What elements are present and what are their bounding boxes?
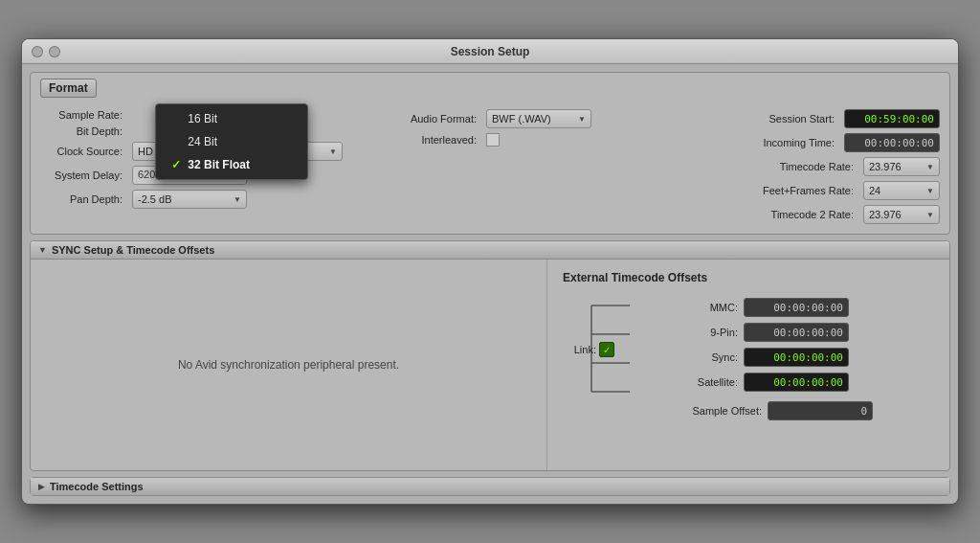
interleaved-label: Interleaved: (385, 134, 480, 146)
satellite-field[interactable]: 00:00:00:00 (744, 373, 849, 392)
feet-frames-dropdown[interactable]: 24 ▼ (863, 181, 940, 200)
menu-item-24bit[interactable]: 24 Bit (156, 130, 307, 153)
sample-offset-row: Sample Offset: 0 (676, 401, 873, 420)
sync-row: Sync: 00:00:00:00 (676, 348, 873, 367)
audio-format-arrow: ▼ (578, 115, 586, 124)
incoming-time-label: Incoming Time: (763, 137, 838, 148)
audio-format-label: Audio Format: (385, 113, 480, 124)
feet-frames-arrow: ▼ (926, 187, 934, 195)
timecode-rate-label: Timecode Rate: (780, 161, 858, 172)
audio-format-dropdown[interactable]: BWF (.WAV) ▼ (486, 109, 591, 128)
nine-pin-row: 9-Pin: 00:00:00:00 (676, 323, 873, 342)
bit-depth-label: Bit Depth: (40, 125, 126, 137)
feet-frames-label: Feet+Frames Rate: (763, 185, 858, 196)
pan-depth-label: Pan Depth: (40, 193, 126, 205)
sync-header[interactable]: ▼ SYNC Setup & Timecode Offsets (31, 241, 949, 260)
format-section: Format 16 Bit 24 Bit ✓ 32 Bit Float (30, 72, 950, 235)
mmc-label: MMC: (676, 302, 738, 313)
session-start-label: Session Start: (769, 113, 838, 124)
sample-offset-field[interactable]: 0 (768, 401, 873, 420)
mmc-row: MMC: 00:00:00:00 (676, 298, 873, 317)
session-start-field[interactable]: 00:59:00:00 (844, 109, 940, 128)
bracket-svg (582, 296, 668, 420)
timecode-triangle-icon: ▶ (38, 482, 45, 491)
nine-pin-field[interactable]: 00:00:00:00 (744, 323, 849, 342)
interleaved-checkbox[interactable] (486, 133, 500, 147)
checkmark-32bit: ✓ (171, 158, 185, 171)
menu-item-32bit[interactable]: ✓ 32 Bit Float (156, 153, 307, 176)
timecode2-label: Timecode 2 Rate: (771, 209, 858, 220)
main-window: Session Setup Format 16 Bit 24 Bit ✓ 32 … (21, 38, 959, 505)
nine-pin-label: 9-Pin: (676, 327, 738, 338)
timecode-rate-dropdown[interactable]: 23.976 ▼ (863, 157, 940, 176)
sync-section: ▼ SYNC Setup & Timecode Offsets No Avid … (30, 240, 950, 471)
satellite-row: Satellite: 00:00:00:00 (676, 373, 873, 392)
offset-rows: MMC: 00:00:00:00 9-Pin: 00:00:00:00 (676, 298, 873, 420)
timecode-settings-text: Timecode Settings (50, 481, 144, 492)
no-device-text: No Avid synchronization peripheral prese… (178, 358, 399, 372)
titlebar: Session Setup (22, 39, 958, 64)
sample-offset-label: Sample Offset: (676, 405, 762, 417)
sync-header-text: SYNC Setup & Timecode Offsets (52, 244, 214, 256)
system-delay-label: System Delay: (40, 170, 126, 181)
timecode-settings-section: ▶ Timecode Settings (30, 477, 950, 496)
close-button[interactable] (32, 46, 43, 57)
bit-depth-dropdown-menu[interactable]: 16 Bit 24 Bit ✓ 32 Bit Float (155, 103, 308, 180)
checkmark-24bit (171, 135, 185, 148)
sample-rate-label: Sample Rate: (40, 109, 126, 121)
ext-timecode-title: External Timecode Offsets (563, 271, 934, 284)
menu-item-16bit[interactable]: 16 Bit (156, 107, 307, 130)
clock-source-label: Clock Source: (40, 146, 126, 157)
link-checkbox[interactable]: ✓ (599, 342, 614, 357)
sync-left-panel: No Avid synchronization peripheral prese… (31, 260, 547, 470)
format-header: Format (40, 79, 97, 98)
timecode2-dropdown[interactable]: 23.976 ▼ (863, 205, 940, 224)
pan-depth-dropdown[interactable]: -2.5 dB ▼ (132, 190, 247, 209)
link-label: Link: (563, 344, 596, 355)
satellite-label: Satellite: (676, 376, 738, 388)
checkmark-16bit (171, 112, 185, 125)
minimize-button[interactable] (49, 46, 60, 57)
sync-field[interactable]: 00:00:00:00 (744, 348, 849, 367)
timecode-settings-header[interactable]: ▶ Timecode Settings (31, 478, 949, 495)
timecode2-arrow: ▼ (926, 211, 934, 219)
window-title: Session Setup (451, 45, 530, 58)
sync-label: Sync: (676, 351, 738, 363)
timecode-rate-arrow: ▼ (926, 163, 934, 171)
sync-right-panel: External Timecode Offsets (547, 260, 949, 470)
sync-triangle-icon: ▼ (38, 245, 47, 255)
pan-depth-arrow: ▼ (234, 195, 241, 204)
mmc-field[interactable]: 00:00:00:00 (744, 298, 849, 317)
incoming-time-field[interactable]: 00:00:00:00 (844, 133, 940, 152)
clock-source-arrow: ▼ (329, 147, 337, 156)
window-controls (32, 46, 60, 57)
